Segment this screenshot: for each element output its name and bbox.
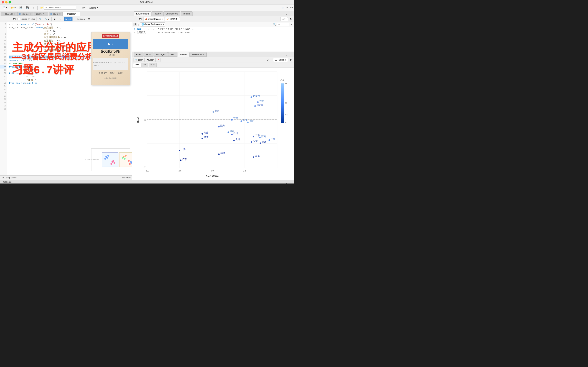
svg-text:福建: 福建 xyxy=(221,152,225,154)
tab-help[interactable]: Help xyxy=(168,52,177,57)
tab-close-ex67[interactable]: ✕ xyxy=(45,13,46,15)
zoom-button[interactable]: 🔍 Zoom xyxy=(134,58,145,62)
save-file-button[interactable]: 💾 xyxy=(18,6,24,10)
maximize-button[interactable] xyxy=(9,1,11,3)
svg-point-89 xyxy=(268,139,270,141)
grid-button[interactable]: ⊞ ▾ xyxy=(80,6,87,10)
r-label-sep: | xyxy=(138,23,139,26)
svg-text:0.0: 0.0 xyxy=(211,169,214,172)
editor-toolbar: ← → 💾 Source on Save 🔍 🔧 ▾ ▶ ↪↪ ▶ Run xyxy=(0,16,132,22)
go-to-file-button[interactable]: 📁 xyxy=(39,6,78,10)
svg-point-85 xyxy=(253,156,254,158)
env-search-input[interactable] xyxy=(277,23,289,26)
source-on-save-label[interactable]: Source on Save xyxy=(17,18,35,20)
search-editor-button[interactable]: 🔍 xyxy=(38,17,43,21)
collapse-plots-button[interactable]: _ xyxy=(285,52,288,57)
tab-eg61r[interactable]: R eg.6.1.R ✕ xyxy=(1,12,17,16)
rstudio-logo-button[interactable]: R xyxy=(281,6,286,10)
code-editor[interactable]: 56789 1011121314 151617 18 19202122 2324… xyxy=(0,22,132,175)
maximize-env-button[interactable]: □ xyxy=(289,12,292,16)
go-to-file-input[interactable] xyxy=(44,6,76,9)
svg-point-61 xyxy=(218,126,220,128)
source-button[interactable]: → Source ▾ xyxy=(73,17,86,21)
refresh-plot-button[interactable]: ↻ xyxy=(289,58,293,62)
tab-close-ex67r[interactable]: ✕ xyxy=(30,13,32,15)
svg-text:Col.: Col. xyxy=(281,79,285,82)
inner-tab-var[interactable]: Var xyxy=(141,63,148,67)
print-icon: 🖨 xyxy=(33,7,35,9)
tab-untitled1[interactable]: R Untitled1* ✕ xyxy=(63,12,80,16)
publish-icon: ☁ xyxy=(275,59,277,61)
import-dataset-button[interactable]: 📥 Import Dataset ▾ xyxy=(144,17,164,21)
console-tab-label[interactable]: Console xyxy=(2,181,13,184)
load-workspace-button[interactable]: ↑ xyxy=(134,17,137,21)
tab-viewer[interactable]: Viewer xyxy=(178,52,189,57)
maximize-console-button[interactable]: □ xyxy=(289,180,292,184)
list-view-button[interactable]: List ▾ xyxy=(280,17,288,21)
svg-point-55 xyxy=(231,119,233,121)
collapse-console-button[interactable]: _ xyxy=(285,180,288,184)
options-button[interactable]: ☰ xyxy=(87,17,91,21)
refresh-env-button[interactable]: ↻ xyxy=(289,17,293,21)
clear-search-button[interactable]: ✕ xyxy=(290,23,293,26)
editor-tab-bar: R eg.6.1.R ✕ R ex6_7.R ✕ ▦ ex6_7 ✕ R eg6… xyxy=(0,11,132,16)
inner-tab-pca[interactable]: PCA xyxy=(149,63,156,67)
go-back-button[interactable]: ← xyxy=(1,17,6,21)
env-field-name-2: * 全局概况 xyxy=(134,31,146,34)
export-button[interactable]: ↗ Export xyxy=(145,58,156,62)
print-button[interactable]: 🖨 xyxy=(31,6,36,10)
open-file-button[interactable]: 📂 ▾ xyxy=(9,6,17,10)
tab-plots[interactable]: Plots xyxy=(144,52,153,57)
tab-files[interactable]: Files xyxy=(134,52,143,57)
addins-arrow: ▾ xyxy=(97,6,98,9)
tab-environment[interactable]: Environment xyxy=(134,11,151,16)
maximize-editor-button[interactable]: □ xyxy=(128,12,131,16)
svg-text:-2.5: -2.5 xyxy=(285,114,288,116)
maximize-plots-button[interactable]: □ xyxy=(289,52,292,57)
run-button[interactable]: ▶ Run xyxy=(64,17,72,21)
code-tools-button[interactable]: 🔧 ▾ xyxy=(44,17,50,21)
zoom-icon: 🔍 xyxy=(135,59,138,61)
tab-history[interactable]: History xyxy=(151,11,163,16)
tab-ex67r[interactable]: R ex6_7.R ✕ xyxy=(17,12,33,16)
svg-text:-2: -2 xyxy=(144,166,146,168)
go-forward-button[interactable]: → xyxy=(7,17,11,21)
svg-text:吉林: 吉林 xyxy=(259,100,264,102)
list-arrow: ▾ xyxy=(285,18,286,20)
memory-button[interactable]: 🧹 432 MiB ▾ xyxy=(165,17,180,21)
close-plot-button[interactable]: ✕ xyxy=(156,58,160,62)
save-workspace-button[interactable]: 💾 xyxy=(138,17,143,21)
minimize-button[interactable] xyxy=(5,1,8,3)
re-run-button[interactable]: ↪↪ xyxy=(58,17,63,21)
tab-packages[interactable]: Packages xyxy=(154,52,168,57)
publish-button[interactable]: ☁ Publish ▾ xyxy=(273,58,288,62)
svg-point-73 xyxy=(260,142,261,144)
script-dropdown[interactable]: ▾ xyxy=(130,176,130,179)
tab-ex67[interactable]: ▦ ex6_7 ✕ xyxy=(34,12,48,16)
pca-plot-container: -5.0 -2.5 0.0 2.5 -2 -1 0 1 xyxy=(132,68,294,180)
source-on-save-checkbox[interactable] xyxy=(17,18,20,20)
brush-tool-button[interactable]: 🖌 xyxy=(266,58,270,62)
tab-tutorial[interactable]: Tutorial xyxy=(181,11,192,16)
tab-close-eg61[interactable]: ✕ xyxy=(59,13,61,15)
tab-connections[interactable]: Connections xyxy=(163,11,180,16)
tab-presentation[interactable]: Presentation xyxy=(190,52,207,57)
addins-button[interactable]: Addins ▾ xyxy=(88,6,99,10)
global-env-button[interactable]: 🌐 Global Environment ▾ xyxy=(140,22,165,26)
collapse-env-button[interactable]: _ xyxy=(285,12,288,16)
save-all-button[interactable]: 💾 xyxy=(25,6,30,10)
compile-button[interactable]: ▶ xyxy=(53,17,57,21)
svg-text:云南: 云南 xyxy=(255,134,260,137)
tab-eg61[interactable]: R eg6_1 ✕ xyxy=(49,12,63,16)
memory-label: 432 MiB xyxy=(169,18,177,20)
tab-close-eg61r[interactable]: ✕ xyxy=(13,13,15,15)
close-button[interactable] xyxy=(2,1,4,3)
inner-tab-indiv[interactable]: Indiv xyxy=(133,63,141,67)
svg-text:1: 1 xyxy=(144,95,146,98)
new-file-button[interactable]: 📄 ▾ xyxy=(1,6,9,10)
editor-status-bar: 18:1 (Top Level) R Script ▾ xyxy=(0,175,132,180)
collapse-editor-button[interactable]: _ xyxy=(123,12,127,16)
save-editor-button[interactable]: 💾 xyxy=(12,17,17,21)
svg-text:0.0: 0.0 xyxy=(285,102,287,104)
tab-close-untitled1[interactable]: ✕ xyxy=(77,13,78,15)
